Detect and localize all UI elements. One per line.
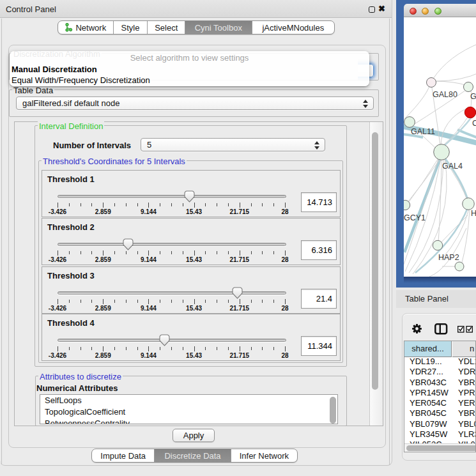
svg-text:GAL80: GAL80 bbox=[433, 90, 457, 99]
svg-text:GA: GA bbox=[470, 92, 476, 101]
svg-text:GCY1: GCY1 bbox=[404, 213, 426, 222]
svg-text:C: C bbox=[472, 119, 476, 128]
svg-text:H: H bbox=[471, 209, 476, 218]
svg-text:GAL11: GAL11 bbox=[411, 127, 435, 136]
svg-text:GAL4: GAL4 bbox=[442, 162, 463, 171]
svg-text:HAP2: HAP2 bbox=[438, 253, 459, 262]
